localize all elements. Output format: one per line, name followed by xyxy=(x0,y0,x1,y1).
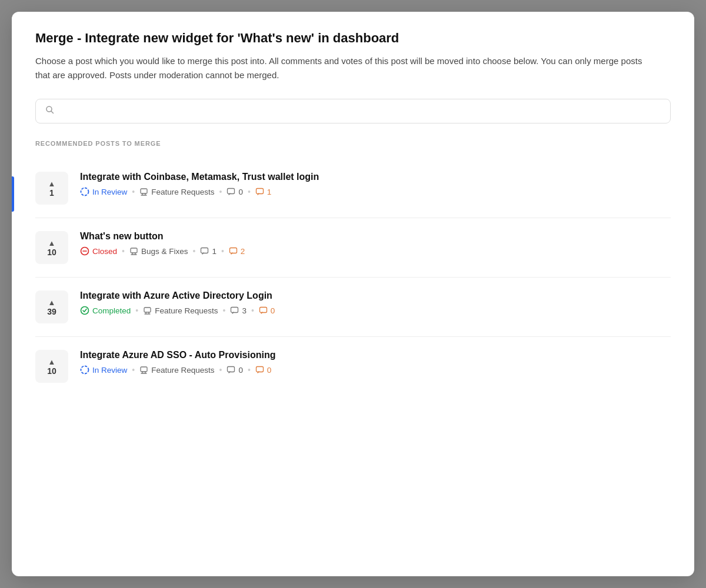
svg-rect-11 xyxy=(231,307,238,312)
dot-separator: • xyxy=(219,187,222,196)
status-badge: In Review xyxy=(80,187,127,196)
dot-separator: • xyxy=(135,306,138,315)
svg-point-1 xyxy=(81,188,89,196)
dot-separator: • xyxy=(132,365,135,375)
category: Feature Requests xyxy=(139,188,214,196)
status-label: In Review xyxy=(92,366,127,375)
post-item[interactable]: ▲ 10 What's new button xyxy=(35,218,671,278)
vote-count: 10 xyxy=(47,248,56,256)
post-item[interactable]: ▲ 10 Integrate Azure AD SSO - Auto Provi… xyxy=(35,337,671,396)
post-meta: Closed • Bugs & Fixes • xyxy=(80,246,671,256)
vote-arrow-icon: ▲ xyxy=(48,239,56,247)
comment-number: 1 xyxy=(212,247,217,256)
dot-separator: • xyxy=(223,306,226,315)
status-badge: Completed xyxy=(80,306,131,315)
unread-number: 1 xyxy=(267,188,272,196)
posts-list: ▲ 1 Integrate with Coinbase, Metamask, T… xyxy=(35,159,671,396)
post-info: Integrate with Azure Active Directory Lo… xyxy=(80,290,671,315)
svg-point-13 xyxy=(81,366,89,374)
dot-separator: • xyxy=(251,306,254,315)
unread-comment-count: 1 xyxy=(255,188,272,196)
vote-box: ▲ 10 xyxy=(35,350,68,383)
merge-modal: Merge - Integrate new widget for 'What's… xyxy=(12,12,694,576)
dot-separator: • xyxy=(132,187,135,196)
category: Feature Requests xyxy=(139,366,214,375)
unread-comment-count: 0 xyxy=(259,306,275,315)
vote-arrow-icon: ▲ xyxy=(48,180,56,188)
comment-number: 0 xyxy=(238,366,243,375)
svg-rect-2 xyxy=(141,189,147,193)
svg-rect-4 xyxy=(256,188,263,193)
vote-arrow-icon: ▲ xyxy=(48,358,56,366)
post-item[interactable]: ▲ 39 Integrate with Azure Active Directo… xyxy=(35,278,671,337)
unread-comment-count: 2 xyxy=(229,247,245,256)
svg-rect-16 xyxy=(256,366,263,372)
in-review-icon xyxy=(80,365,89,375)
status-label: Closed xyxy=(92,247,117,256)
search-icon xyxy=(45,105,55,117)
comment-count: 3 xyxy=(230,306,247,315)
status-badge: In Review xyxy=(80,365,127,375)
vote-count: 1 xyxy=(49,189,54,197)
post-title: Integrate Azure AD SSO - Auto Provisioni… xyxy=(80,350,671,360)
vote-count: 39 xyxy=(47,308,56,316)
post-info: What's new button Closed • xyxy=(80,231,671,256)
status-label: In Review xyxy=(92,188,127,196)
unread-comment-count: 0 xyxy=(255,366,272,375)
comment-number: 3 xyxy=(242,306,247,315)
post-meta: In Review • Feature Requests • xyxy=(80,187,671,196)
post-item[interactable]: ▲ 1 Integrate with Coinbase, Metamask, T… xyxy=(35,159,671,218)
post-info: Integrate Azure AD SSO - Auto Provisioni… xyxy=(80,350,671,375)
status-label: Completed xyxy=(92,306,131,315)
svg-rect-6 xyxy=(131,248,137,253)
category: Feature Requests xyxy=(143,306,218,315)
vote-arrow-icon: ▲ xyxy=(48,299,56,306)
unread-number: 2 xyxy=(241,247,245,256)
post-title: Integrate with Coinbase, Metamask, Trust… xyxy=(80,172,671,182)
modal-description: Choose a post which you would like to me… xyxy=(35,54,659,82)
vote-box: ▲ 10 xyxy=(35,231,68,264)
status-badge: Closed xyxy=(80,246,117,256)
svg-rect-10 xyxy=(144,308,151,312)
comment-number: 0 xyxy=(238,188,243,196)
dot-separator: • xyxy=(122,246,125,256)
svg-rect-7 xyxy=(201,248,208,253)
dot-separator: • xyxy=(219,365,222,375)
post-meta: In Review • Feature Requests • xyxy=(80,365,671,375)
section-label: RECOMMENDED POSTS TO MERGE xyxy=(35,140,671,147)
dot-separator: • xyxy=(248,365,251,375)
comment-count: 0 xyxy=(227,366,243,375)
svg-rect-14 xyxy=(141,367,147,372)
post-title: What's new button xyxy=(80,231,671,242)
in-review-icon xyxy=(80,187,89,196)
svg-rect-3 xyxy=(228,188,235,193)
dot-separator: • xyxy=(248,187,251,196)
comment-count: 0 xyxy=(227,188,243,196)
vote-count: 10 xyxy=(47,367,56,375)
closed-icon xyxy=(80,246,89,256)
unread-number: 0 xyxy=(267,366,272,375)
svg-rect-8 xyxy=(229,248,237,253)
svg-rect-15 xyxy=(228,366,235,372)
category: Bugs & Fixes xyxy=(129,247,188,256)
unread-number: 0 xyxy=(271,306,275,315)
post-title: Integrate with Azure Active Directory Lo… xyxy=(80,290,671,301)
vote-box: ▲ 39 xyxy=(35,290,68,323)
left-accent-bar xyxy=(12,176,14,212)
completed-icon xyxy=(80,306,89,315)
modal-title: Merge - Integrate new widget for 'What's… xyxy=(35,31,671,46)
svg-rect-12 xyxy=(259,307,267,312)
dot-separator: • xyxy=(221,246,224,256)
vote-box: ▲ 1 xyxy=(35,172,68,205)
post-meta: Completed • Feature Requests • xyxy=(80,306,671,315)
comment-count: 1 xyxy=(200,247,217,256)
dot-separator: • xyxy=(192,246,195,256)
post-info: Integrate with Coinbase, Metamask, Trust… xyxy=(80,172,671,196)
search-bar[interactable] xyxy=(35,99,671,123)
search-input[interactable] xyxy=(61,106,661,116)
